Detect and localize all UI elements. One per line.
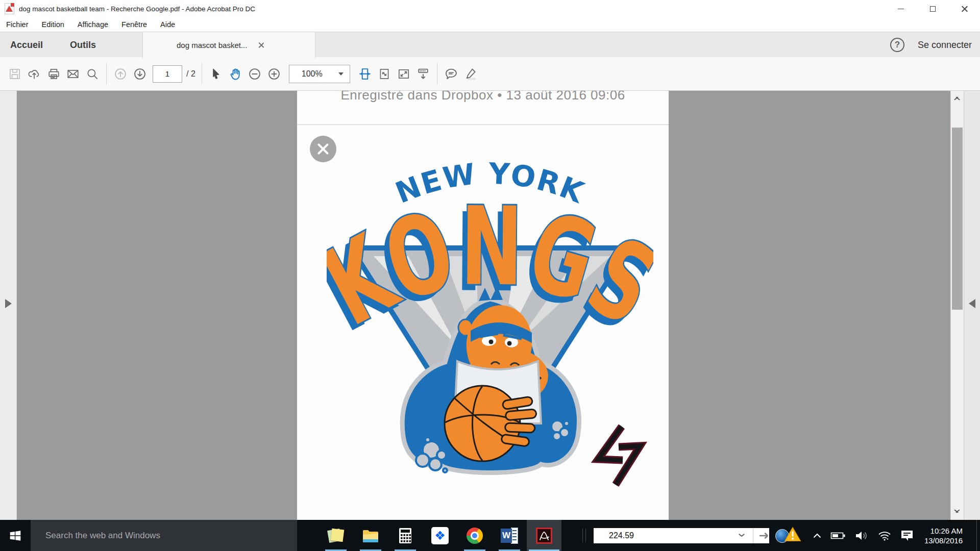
sign-in-button[interactable]: Se connecter: [918, 40, 972, 51]
acrobat-app-icon: [5, 3, 14, 14]
tray-chevron-up[interactable]: [813, 532, 822, 539]
combo-divider: [753, 528, 753, 543]
address-toolbar-combo[interactable]: [594, 528, 769, 543]
cursor-icon: [210, 67, 222, 81]
fullscreen-icon: [397, 67, 411, 81]
maximize-button[interactable]: [917, 0, 948, 17]
hide-toolbar-button[interactable]: [413, 63, 433, 85]
address-combo-input[interactable]: [594, 528, 721, 543]
tray-action-center[interactable]: [900, 530, 914, 542]
help-icon[interactable]: ?: [890, 38, 904, 52]
acrobat-window: dog mascot basketball team - Recherche G…: [0, 0, 980, 551]
select-tool-button[interactable]: [206, 63, 226, 85]
search-input[interactable]: [31, 520, 297, 551]
taskbar-item-word[interactable]: W: [492, 520, 527, 551]
tray-app-alert[interactable]: [775, 525, 804, 546]
hand-tool-button[interactable]: [226, 63, 245, 85]
envelope-icon: [66, 67, 80, 81]
tray-battery[interactable]: [830, 531, 846, 541]
taskbar-clock[interactable]: 10:26 AM 13/08/2016: [922, 526, 963, 545]
find-button[interactable]: [83, 63, 102, 85]
menu-edition[interactable]: Edition: [39, 19, 67, 30]
vertical-scrollbar[interactable]: [950, 91, 964, 520]
page-scrolling-icon: [358, 67, 372, 81]
close-button[interactable]: [948, 0, 980, 17]
comment-button[interactable]: [442, 63, 461, 85]
right-panel-strip: [964, 91, 980, 520]
toolbar-separator: [202, 63, 202, 85]
brand-47-logo: [598, 427, 640, 485]
taskbar-item-file-explorer[interactable]: [353, 520, 388, 551]
printer-icon: [47, 67, 61, 81]
highlight-button[interactable]: [461, 63, 480, 85]
print-button[interactable]: [44, 63, 63, 85]
tab-bar: Accueil Outils dog mascot basket... ? Se…: [0, 32, 980, 57]
toolbar-separator: [106, 63, 107, 85]
scroll-down-icon[interactable]: [954, 510, 960, 514]
minimize-button[interactable]: [885, 0, 917, 17]
menu-affichage[interactable]: Affichage: [75, 19, 111, 30]
scrolling-mode-button[interactable]: [355, 63, 375, 85]
minimize-icon: [898, 9, 904, 9]
highlighter-icon: [463, 67, 478, 81]
toolbar-grip: [582, 529, 583, 542]
taskbar-item-sticky-notes[interactable]: [318, 520, 353, 551]
page-divider: [297, 124, 669, 125]
zoom-level-dropdown[interactable]: 100%: [289, 65, 350, 83]
speaker-icon: [854, 530, 869, 541]
go-button[interactable]: [756, 528, 772, 543]
save-button[interactable]: [5, 63, 24, 85]
email-button[interactable]: [63, 63, 83, 85]
zoom-in-button[interactable]: [264, 63, 284, 85]
taskbar-item-acrobat[interactable]: [527, 520, 561, 551]
kongs-logo: NEW YORK KONGS KONGS: [327, 138, 653, 503]
page-down-icon: [133, 67, 147, 81]
left-panel-strip: [0, 91, 17, 520]
open-right-panel-icon[interactable]: [969, 299, 975, 308]
share-cloud-button[interactable]: [24, 63, 44, 85]
plus-circle-icon: [267, 67, 281, 81]
action-center-icon: [900, 530, 914, 542]
toolbar-collapse-icon: [416, 67, 430, 81]
scroll-up-icon[interactable]: [954, 97, 960, 101]
taskbar-search[interactable]: [31, 520, 297, 551]
full-screen-button[interactable]: [394, 63, 413, 85]
menu-bar: Fichier Edition Affichage Fenêtre Aide: [0, 17, 980, 32]
pdf-page: Enregistré dans Dropbox • 13 août 2016 0…: [297, 91, 669, 520]
save-icon: [8, 67, 21, 81]
tray-wifi[interactable]: [877, 530, 892, 541]
menu-aide[interactable]: Aide: [157, 19, 178, 30]
previous-page-button[interactable]: [111, 63, 130, 85]
taskbar-item-calculator[interactable]: [388, 520, 423, 551]
next-page-button[interactable]: [130, 63, 150, 85]
comment-bubble-icon: [444, 67, 458, 81]
page-number-input[interactable]: [153, 65, 182, 83]
close-icon: [961, 6, 968, 12]
chrome-icon: [467, 528, 483, 544]
show-desktop-button[interactable]: [976, 520, 977, 551]
menu-fenetre[interactable]: Fenêtre: [118, 19, 150, 30]
tab-outils[interactable]: Outils: [70, 32, 96, 58]
menu-fichier[interactable]: Fichier: [3, 19, 32, 30]
cloud-upload-icon: [27, 67, 41, 81]
windows-taskbar: ❖ W: [0, 520, 980, 551]
fit-page-button[interactable]: [375, 63, 394, 85]
maximize-icon: [930, 6, 936, 12]
taskbar-item-chrome[interactable]: [457, 520, 492, 551]
window-title: dog mascot basketball team - Recherche G…: [19, 5, 255, 13]
tab-accueil[interactable]: Accueil: [10, 32, 43, 58]
page-up-icon: [113, 67, 128, 81]
taskbar-item-dropbox[interactable]: ❖: [423, 520, 457, 551]
word-icon: W: [501, 528, 518, 544]
document-view: Enregistré dans Dropbox • 13 août 2016 0…: [0, 91, 980, 520]
combo-chevron-down-icon[interactable]: [739, 534, 743, 537]
open-left-panel-icon[interactable]: [5, 299, 12, 308]
dropbox-icon: ❖: [431, 527, 449, 544]
start-button[interactable]: [0, 520, 31, 551]
tab-document[interactable]: dog mascot basket...: [142, 32, 315, 58]
tray-volume[interactable]: [854, 530, 869, 541]
scrollbar-thumb[interactable]: [952, 128, 963, 310]
zoom-out-button[interactable]: [245, 63, 264, 85]
toolbar-separator: [437, 63, 437, 85]
tab-close-icon[interactable]: [258, 42, 264, 48]
